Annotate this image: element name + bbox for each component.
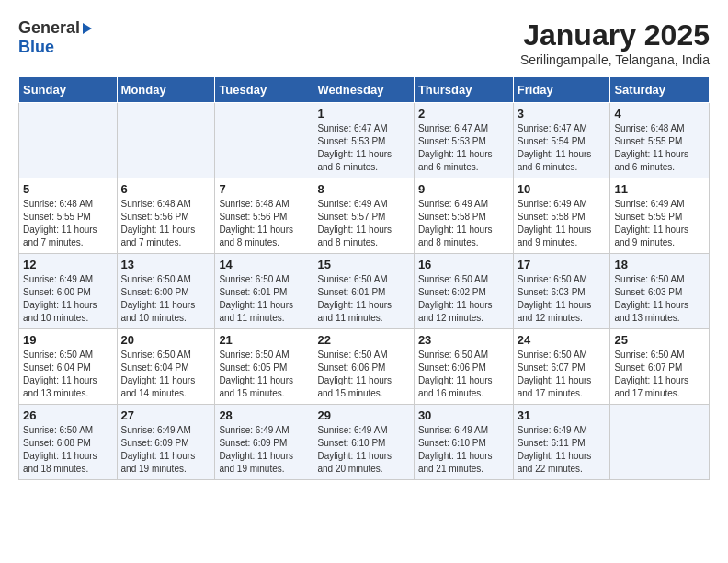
- day-number: 17: [518, 258, 607, 271]
- day-info: Sunrise: 6:50 AM Sunset: 6:05 PM Dayligh…: [219, 349, 309, 400]
- day-number: 7: [219, 182, 309, 196]
- page-header: General Blue January 2025 Serilingampall…: [18, 18, 710, 67]
- calendar-cell: 16Sunrise: 6:50 AM Sunset: 6:02 PM Dayli…: [414, 254, 513, 329]
- header-saturday: Saturday: [610, 77, 710, 103]
- day-info: Sunrise: 6:47 AM Sunset: 5:53 PM Dayligh…: [418, 122, 509, 174]
- calendar-cell: 12Sunrise: 6:49 AM Sunset: 6:00 PM Dayli…: [19, 254, 118, 329]
- calendar-cell: 7Sunrise: 6:48 AM Sunset: 5:56 PM Daylig…: [215, 178, 313, 254]
- day-number: 1: [317, 107, 409, 121]
- month-title: January 2025: [520, 18, 710, 52]
- calendar-cell: 17Sunrise: 6:50 AM Sunset: 6:03 PM Dayli…: [513, 254, 610, 329]
- calendar-cell: 8Sunrise: 6:49 AM Sunset: 5:57 PM Daylig…: [313, 178, 414, 254]
- calendar-cell: 22Sunrise: 6:50 AM Sunset: 6:06 PM Dayli…: [313, 329, 414, 405]
- calendar-cell: 27Sunrise: 6:49 AM Sunset: 6:09 PM Dayli…: [117, 405, 215, 480]
- day-info: Sunrise: 6:49 AM Sunset: 6:10 PM Dayligh…: [418, 424, 509, 476]
- calendar-cell: 24Sunrise: 6:50 AM Sunset: 6:07 PM Dayli…: [513, 329, 610, 405]
- day-number: 18: [614, 258, 705, 271]
- day-info: Sunrise: 6:49 AM Sunset: 6:09 PM Dayligh…: [121, 424, 211, 476]
- day-info: Sunrise: 6:49 AM Sunset: 6:09 PM Dayligh…: [219, 424, 309, 476]
- logo: General Blue: [18, 18, 92, 57]
- calendar-cell: 3Sunrise: 6:47 AM Sunset: 5:54 PM Daylig…: [513, 103, 610, 178]
- calendar-cell: 15Sunrise: 6:50 AM Sunset: 6:01 PM Dayli…: [313, 254, 414, 329]
- day-info: Sunrise: 6:48 AM Sunset: 5:56 PM Dayligh…: [219, 198, 309, 249]
- calendar-cell: 31Sunrise: 6:49 AM Sunset: 6:11 PM Dayli…: [513, 405, 610, 480]
- day-number: 22: [317, 333, 409, 347]
- day-info: Sunrise: 6:49 AM Sunset: 6:00 PM Dayligh…: [23, 273, 113, 325]
- day-info: Sunrise: 6:47 AM Sunset: 5:54 PM Dayligh…: [518, 122, 607, 174]
- logo-blue: Blue: [18, 38, 54, 56]
- day-number: 5: [23, 182, 113, 196]
- calendar-cell: 5Sunrise: 6:48 AM Sunset: 5:55 PM Daylig…: [19, 178, 118, 254]
- calendar-cell: 4Sunrise: 6:48 AM Sunset: 5:55 PM Daylig…: [610, 103, 710, 178]
- day-number: 24: [518, 333, 607, 347]
- day-info: Sunrise: 6:50 AM Sunset: 6:07 PM Dayligh…: [518, 349, 607, 400]
- day-info: Sunrise: 6:48 AM Sunset: 5:55 PM Dayligh…: [614, 122, 705, 174]
- day-number: 2: [418, 107, 509, 121]
- day-number: 31: [518, 408, 607, 422]
- calendar-week-row: 26Sunrise: 6:50 AM Sunset: 6:08 PM Dayli…: [19, 405, 710, 480]
- calendar-cell: 20Sunrise: 6:50 AM Sunset: 6:04 PM Dayli…: [117, 329, 215, 405]
- location-subtitle: Serilingampalle, Telangana, India: [520, 52, 710, 67]
- calendar-cell: 28Sunrise: 6:49 AM Sunset: 6:09 PM Dayli…: [215, 405, 313, 480]
- day-info: Sunrise: 6:49 AM Sunset: 6:11 PM Dayligh…: [518, 424, 607, 476]
- calendar-cell: 29Sunrise: 6:49 AM Sunset: 6:10 PM Dayli…: [313, 405, 414, 480]
- day-number: 23: [418, 333, 509, 347]
- day-info: Sunrise: 6:49 AM Sunset: 5:58 PM Dayligh…: [418, 198, 509, 249]
- day-number: 6: [121, 182, 211, 196]
- calendar-cell: 14Sunrise: 6:50 AM Sunset: 6:01 PM Dayli…: [215, 254, 313, 329]
- calendar-header-row: Sunday Monday Tuesday Wednesday Thursday…: [19, 77, 710, 103]
- header-monday: Monday: [117, 77, 215, 103]
- title-area: January 2025 Serilingampalle, Telangana,…: [520, 18, 710, 67]
- day-info: Sunrise: 6:50 AM Sunset: 6:01 PM Dayligh…: [317, 273, 409, 325]
- calendar-cell: [117, 103, 215, 178]
- day-number: 25: [614, 333, 705, 347]
- calendar-body: 1Sunrise: 6:47 AM Sunset: 5:53 PM Daylig…: [19, 103, 710, 480]
- day-number: 27: [121, 408, 211, 422]
- day-number: 26: [23, 408, 113, 422]
- day-info: Sunrise: 6:50 AM Sunset: 6:06 PM Dayligh…: [418, 349, 509, 400]
- calendar-cell: [19, 103, 118, 178]
- calendar-cell: 11Sunrise: 6:49 AM Sunset: 5:59 PM Dayli…: [610, 178, 710, 254]
- calendar-cell: 10Sunrise: 6:49 AM Sunset: 5:58 PM Dayli…: [513, 178, 610, 254]
- day-info: Sunrise: 6:50 AM Sunset: 6:03 PM Dayligh…: [614, 273, 705, 325]
- day-number: 10: [518, 182, 607, 196]
- day-info: Sunrise: 6:47 AM Sunset: 5:53 PM Dayligh…: [317, 122, 409, 174]
- calendar-cell: 26Sunrise: 6:50 AM Sunset: 6:08 PM Dayli…: [19, 405, 118, 480]
- day-info: Sunrise: 6:50 AM Sunset: 6:02 PM Dayligh…: [418, 273, 509, 325]
- calendar-cell: [215, 103, 313, 178]
- calendar-week-row: 19Sunrise: 6:50 AM Sunset: 6:04 PM Dayli…: [19, 329, 710, 405]
- day-number: 29: [317, 408, 409, 422]
- day-info: Sunrise: 6:50 AM Sunset: 6:06 PM Dayligh…: [317, 349, 409, 400]
- calendar-cell: 30Sunrise: 6:49 AM Sunset: 6:10 PM Dayli…: [414, 405, 513, 480]
- day-info: Sunrise: 6:48 AM Sunset: 5:56 PM Dayligh…: [121, 198, 211, 249]
- calendar-cell: 1Sunrise: 6:47 AM Sunset: 5:53 PM Daylig…: [313, 103, 414, 178]
- calendar-cell: 19Sunrise: 6:50 AM Sunset: 6:04 PM Dayli…: [19, 329, 118, 405]
- day-number: 4: [614, 107, 705, 121]
- calendar-cell: 9Sunrise: 6:49 AM Sunset: 5:58 PM Daylig…: [414, 178, 513, 254]
- day-number: 12: [23, 258, 113, 271]
- calendar-cell: 21Sunrise: 6:50 AM Sunset: 6:05 PM Dayli…: [215, 329, 313, 405]
- header-thursday: Thursday: [414, 77, 513, 103]
- day-info: Sunrise: 6:50 AM Sunset: 6:08 PM Dayligh…: [23, 424, 113, 476]
- day-info: Sunrise: 6:49 AM Sunset: 5:57 PM Dayligh…: [317, 198, 409, 249]
- day-info: Sunrise: 6:50 AM Sunset: 6:07 PM Dayligh…: [614, 349, 705, 400]
- day-info: Sunrise: 6:49 AM Sunset: 5:58 PM Dayligh…: [518, 198, 607, 249]
- calendar-cell: 13Sunrise: 6:50 AM Sunset: 6:00 PM Dayli…: [117, 254, 215, 329]
- day-info: Sunrise: 6:50 AM Sunset: 6:04 PM Dayligh…: [121, 349, 211, 400]
- day-number: 9: [418, 182, 509, 196]
- day-number: 21: [219, 333, 309, 347]
- day-number: 11: [614, 182, 705, 196]
- day-info: Sunrise: 6:48 AM Sunset: 5:55 PM Dayligh…: [23, 198, 113, 249]
- calendar-cell: 6Sunrise: 6:48 AM Sunset: 5:56 PM Daylig…: [117, 178, 215, 254]
- day-number: 19: [23, 333, 113, 347]
- day-info: Sunrise: 6:50 AM Sunset: 6:00 PM Dayligh…: [121, 273, 211, 325]
- day-number: 20: [121, 333, 211, 347]
- day-info: Sunrise: 6:49 AM Sunset: 5:59 PM Dayligh…: [614, 198, 705, 249]
- day-number: 30: [418, 408, 509, 422]
- calendar-table: Sunday Monday Tuesday Wednesday Thursday…: [18, 76, 710, 480]
- day-info: Sunrise: 6:50 AM Sunset: 6:04 PM Dayligh…: [23, 349, 113, 400]
- day-number: 3: [518, 107, 607, 121]
- day-number: 28: [219, 408, 309, 422]
- day-number: 13: [121, 258, 211, 271]
- calendar-week-row: 1Sunrise: 6:47 AM Sunset: 5:53 PM Daylig…: [19, 103, 710, 178]
